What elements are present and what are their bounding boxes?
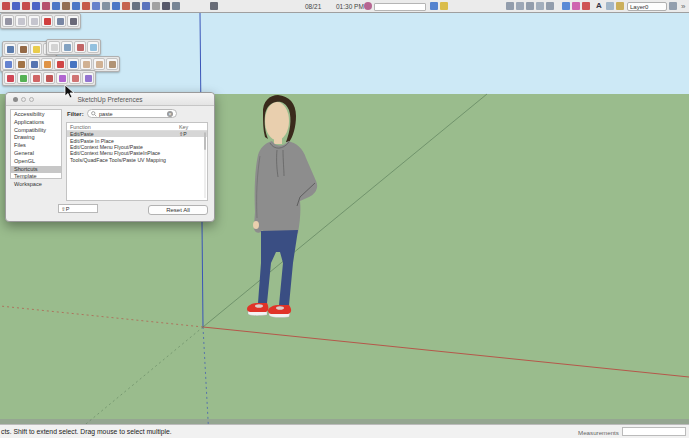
toolbar-icon[interactable] [506, 2, 514, 10]
tool-button[interactable] [54, 15, 66, 27]
toolbar-icon[interactable] [102, 2, 110, 10]
tool-button[interactable] [4, 72, 16, 84]
toolbar-icon-group-left [2, 0, 180, 13]
toolbar-icon[interactable] [430, 2, 438, 10]
toolbar-icon[interactable] [616, 2, 624, 10]
tool-button[interactable] [87, 41, 99, 53]
toolbar-icon[interactable] [536, 2, 544, 10]
table-header[interactable]: Function Key [67, 123, 207, 131]
toolbar-overflow-chevron[interactable]: » [681, 2, 685, 11]
tool-button[interactable] [54, 58, 66, 70]
dialog-sidebar: AccessibilityApplicationsCompatibilityDr… [10, 109, 62, 179]
scrollbar-thumb[interactable] [204, 132, 206, 150]
toolbar-icon[interactable] [82, 2, 90, 10]
tool-button[interactable] [56, 72, 68, 84]
tool-button[interactable] [74, 41, 86, 53]
person-jeans [258, 230, 298, 305]
tool-button[interactable] [80, 58, 92, 70]
tool-button[interactable] [2, 58, 14, 70]
dialog-titlebar[interactable]: SketchUp Preferences [6, 93, 214, 106]
clear-filter-icon[interactable]: × [167, 111, 173, 117]
tool-button[interactable] [43, 72, 55, 84]
sidebar-item-compatibility[interactable]: Compatibility [11, 127, 61, 135]
sidebar-item-workspace[interactable]: Workspace [11, 181, 61, 189]
toolbar-icon[interactable] [440, 2, 448, 10]
text-tool-icon[interactable]: A [596, 1, 602, 10]
toolbar-icon[interactable] [132, 2, 140, 10]
toolbar-icon[interactable] [526, 2, 534, 10]
tool-button[interactable] [4, 43, 16, 55]
reset-all-button[interactable]: Reset All [148, 205, 208, 215]
filter-value: paste [99, 111, 165, 117]
tool-button[interactable] [48, 41, 60, 53]
toolbar-icon[interactable] [152, 2, 160, 10]
tool-button[interactable] [41, 58, 53, 70]
sidebar-item-accessibility[interactable]: Accessibility [11, 111, 61, 119]
tool-button[interactable] [15, 58, 27, 70]
eraser-tool-icon[interactable] [210, 0, 218, 13]
tool-button[interactable] [28, 58, 40, 70]
sidebar-item-general[interactable]: General [11, 150, 61, 158]
tool-button[interactable] [30, 72, 42, 84]
toolbar-icon[interactable] [112, 2, 120, 10]
column-key[interactable]: Key [179, 124, 207, 130]
toolbar-icon[interactable] [162, 2, 170, 10]
layer-manager-icon[interactable] [669, 0, 677, 13]
tool-icon [33, 46, 40, 53]
toolbar-icon[interactable] [172, 2, 180, 10]
column-function[interactable]: Function [67, 124, 179, 130]
shortcut-key-input[interactable]: ⇧P [58, 204, 98, 213]
toolbar-icon[interactable] [72, 2, 80, 10]
table-scrollbar[interactable] [204, 132, 206, 198]
toolbar-icon[interactable] [572, 2, 580, 10]
tool-button[interactable] [2, 15, 14, 27]
tool-button[interactable] [28, 15, 40, 27]
table-row[interactable]: Edit/Paste⇧P [67, 131, 207, 137]
toolbar-icon[interactable] [122, 2, 130, 10]
person-figure[interactable] [247, 95, 317, 318]
person-hoodie [254, 141, 317, 237]
tool-button[interactable] [106, 58, 118, 70]
toolbar-icon[interactable] [142, 2, 150, 10]
toolbar-icon[interactable] [2, 2, 10, 10]
sidebar-item-files[interactable]: Files [11, 142, 61, 150]
toolbar-icon[interactable] [62, 2, 70, 10]
tool-button[interactable] [69, 72, 81, 84]
sidebar-item-opengl[interactable]: OpenGL [11, 158, 61, 166]
toolbar-icon[interactable] [32, 2, 40, 10]
toolbar-icon[interactable] [516, 2, 524, 10]
tool-button[interactable] [67, 15, 79, 27]
toolbar-icon[interactable] [606, 2, 614, 10]
toolbar-icon[interactable] [92, 2, 100, 10]
tool-icon [20, 75, 27, 82]
sidebar-item-shortcuts[interactable]: Shortcuts [11, 166, 61, 174]
toolbar-icon[interactable] [12, 2, 20, 10]
tool-button[interactable] [41, 15, 53, 27]
toolbar-icon[interactable] [582, 2, 590, 10]
shadow-time-field[interactable]: 01:30 PM [336, 3, 364, 10]
toolbar-icon[interactable] [546, 2, 554, 10]
tool-button[interactable] [82, 72, 94, 84]
toolbar-icon[interactable] [22, 2, 30, 10]
tool-button[interactable] [15, 15, 27, 27]
tool-button[interactable] [30, 43, 42, 55]
green-axis-line [203, 94, 487, 327]
shadow-toggle-icon[interactable] [364, 0, 372, 13]
sidebar-item-drawing[interactable]: Drawing [11, 134, 61, 142]
tool-button[interactable] [17, 72, 29, 84]
layer-dropdown[interactable]: Layer0 [627, 2, 667, 11]
tool-button[interactable] [93, 58, 105, 70]
toolbar-icon[interactable] [52, 2, 60, 10]
shadow-slider-field[interactable] [374, 3, 426, 11]
measurements-input[interactable] [622, 427, 686, 436]
toolbar-icon[interactable] [562, 2, 570, 10]
sidebar-item-applications[interactable]: Applications [11, 119, 61, 127]
tool-button[interactable] [67, 58, 79, 70]
table-row[interactable]: Tools/QuadFace Tools/Paste UV Mapping [67, 157, 207, 163]
toolbar-icon[interactable] [42, 2, 50, 10]
sidebar-item-template[interactable]: Template [11, 173, 61, 181]
shadow-date-field[interactable]: 08/21 [305, 3, 321, 10]
tool-button[interactable] [17, 43, 29, 55]
filter-search-input[interactable]: paste × [87, 109, 177, 118]
tool-button[interactable] [61, 41, 73, 53]
